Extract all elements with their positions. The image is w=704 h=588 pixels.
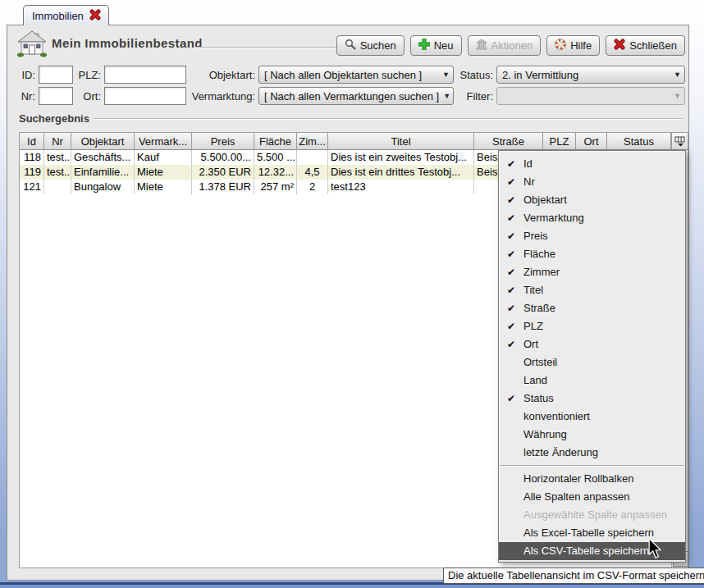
toolbar: Suchen Neu Aktionen Hilfe Schließen (336, 35, 685, 56)
menu-separator (500, 465, 684, 467)
cell-titel: Dies ist ein drittes Testobj... (328, 165, 474, 180)
column-header-ort[interactable]: Ort (576, 133, 607, 150)
button-label: Neu (434, 39, 454, 52)
menu-item-label: Zimmer (523, 263, 560, 281)
menu-item-label: Als Excel-Tabelle speichern (523, 524, 654, 542)
tab-immobilien[interactable]: Immobilien (23, 5, 109, 25)
cell-id: 118 (20, 150, 44, 165)
column-context-menu: ✔Id ✔Nr ✔Objektart ✔Vermarktung ✔Preis ✔… (498, 150, 686, 563)
neu-button[interactable]: Neu (410, 35, 462, 56)
status-select[interactable]: 2. in Vermittlung ▼ (496, 66, 685, 84)
menu-item-nr[interactable]: ✔Nr (499, 173, 685, 191)
cell-objektart: Einfamilie... (71, 165, 135, 180)
menu-item-label: Nr (523, 173, 535, 191)
column-header-nr[interactable]: Nr (44, 133, 71, 150)
objektart-value: [ Nach allen Objektarten suchen ] (264, 69, 422, 81)
cell-id: 119 (20, 165, 44, 180)
menu-item-waehrung[interactable]: Währung (499, 426, 685, 444)
column-header-plz[interactable]: PLZ (543, 133, 576, 150)
menu-item-ort[interactable]: ✔Ort (499, 335, 685, 353)
menu-item-titel[interactable]: ✔Titel (499, 281, 685, 299)
menu-item-label: letzte Änderung (523, 444, 598, 462)
status-value: 2. in Vermittlung (502, 69, 578, 81)
check-icon: ✔ (499, 155, 523, 173)
menu-item-id[interactable]: ✔Id (499, 155, 685, 173)
column-header-vermarktung[interactable]: Vermark... (135, 133, 192, 150)
menu-item-zimmer[interactable]: ✔Zimmer (499, 263, 685, 281)
cell-zimmer: 2 (297, 180, 328, 194)
check-icon: ✔ (499, 263, 523, 281)
check-icon: ✔ (499, 335, 523, 353)
magnifier-icon (345, 39, 356, 52)
vermarktung-select[interactable]: [ Nach allen Vermarktungen suchen ] ▼ (258, 87, 454, 105)
column-header-strasse[interactable]: Straße (474, 133, 543, 150)
menu-item-flaeche[interactable]: ✔Fläche (499, 245, 685, 263)
column-header-status[interactable]: Status (607, 133, 671, 150)
cell-vermarktung: Miete (135, 165, 192, 180)
nr-input[interactable] (39, 87, 73, 105)
menu-item-objektart[interactable]: ✔Objektart (499, 191, 685, 209)
tab-close-icon[interactable] (89, 9, 101, 23)
menu-item-label: PLZ (523, 317, 543, 335)
menu-item-ausgewaehlte-spalte-anpassen[interactable]: Ausgewählte Spalte anpassen (499, 506, 685, 524)
menu-item-alle-spalten-anpassen[interactable]: Alle Spalten anpassen (499, 488, 685, 506)
menu-item-label: Land (523, 371, 547, 390)
check-icon (499, 426, 523, 444)
menu-item-label: Objektart (523, 191, 567, 209)
menu-item-label: Vermarktung (523, 209, 584, 227)
menu-item-preis[interactable]: ✔Preis (499, 227, 685, 245)
check-icon: ✔ (499, 245, 523, 263)
filter-select[interactable]: ▼ (496, 87, 685, 105)
plz-label: PLZ: (75, 69, 101, 81)
menu-item-label: Ausgewählte Spalte anpassen (523, 506, 667, 524)
menu-item-vermarktung[interactable]: ✔Vermarktung (499, 209, 685, 227)
id-input[interactable] (39, 66, 73, 84)
cell-flaeche: 257 m² (254, 180, 297, 194)
menu-item-horizontaler-rollbalken[interactable]: Horizontaler Rollbalken (499, 470, 685, 488)
group-divider (94, 118, 682, 120)
check-icon: ✔ (499, 209, 523, 227)
aktionen-button[interactable]: Aktionen (468, 35, 542, 56)
menu-item-ortsteil[interactable]: Ortsteil (499, 353, 685, 371)
column-header-zimmer[interactable]: Zim... (297, 133, 328, 150)
chevron-down-icon: ▼ (438, 71, 450, 79)
menu-item-label: Preis (523, 227, 548, 245)
column-picker-button[interactable] (671, 133, 688, 150)
hilfe-button[interactable]: Hilfe (546, 35, 600, 56)
cell-nr: test... (44, 165, 71, 180)
objektart-select[interactable]: [ Nach allen Objektarten suchen ] ▼ (258, 66, 454, 84)
menu-item-konventioniert[interactable]: konventioniert (499, 408, 685, 426)
check-icon: ✔ (499, 227, 523, 245)
suchen-button[interactable]: Suchen (336, 35, 405, 56)
menu-item-strasse[interactable]: ✔Straße (499, 299, 685, 317)
cell-vermarktung: Miete (135, 180, 192, 194)
column-header-titel[interactable]: Titel (328, 133, 474, 150)
column-header-flaeche[interactable]: Fläche (254, 133, 297, 150)
cell-objektart: Geschäfts... (71, 150, 135, 165)
column-header-preis[interactable]: Preis (192, 133, 254, 150)
menu-item-label: Alle Spalten anpassen (523, 488, 629, 506)
cell-zimmer: 4,5 (297, 165, 328, 180)
menu-item-label: Titel (523, 281, 543, 299)
schliessen-button[interactable]: Schließen (606, 35, 685, 56)
check-icon: ✔ (499, 390, 523, 408)
ort-input[interactable] (104, 87, 186, 105)
button-label: Aktionen (491, 39, 533, 52)
group-title: Suchergebnis (19, 112, 89, 125)
cell-flaeche: 5.500 ... (254, 150, 297, 165)
column-header-id[interactable]: Id (20, 133, 44, 150)
menu-item-plz[interactable]: ✔PLZ (499, 317, 685, 335)
tooltip: Die aktuelle Tabellenansicht im CSV-Form… (443, 567, 704, 584)
suchergebnis-group-header: Suchergebnis (19, 112, 682, 125)
button-label: Schließen (629, 39, 677, 52)
plz-input[interactable] (104, 66, 186, 84)
menu-item-letzte-aenderung[interactable]: letzte Änderung (499, 444, 685, 462)
cell-preis: 2.350 EUR (192, 165, 254, 180)
menu-item-status[interactable]: ✔Status (499, 390, 685, 408)
menu-item-land[interactable]: Land (499, 371, 685, 390)
check-icon (499, 408, 523, 426)
cell-flaeche: 12.32... (254, 165, 297, 180)
menu-item-label: Als CSV-Tabelle speichern (523, 542, 649, 560)
column-header-objektart[interactable]: Objektart (71, 133, 135, 150)
cell-preis: 5.500.00... (192, 150, 254, 165)
